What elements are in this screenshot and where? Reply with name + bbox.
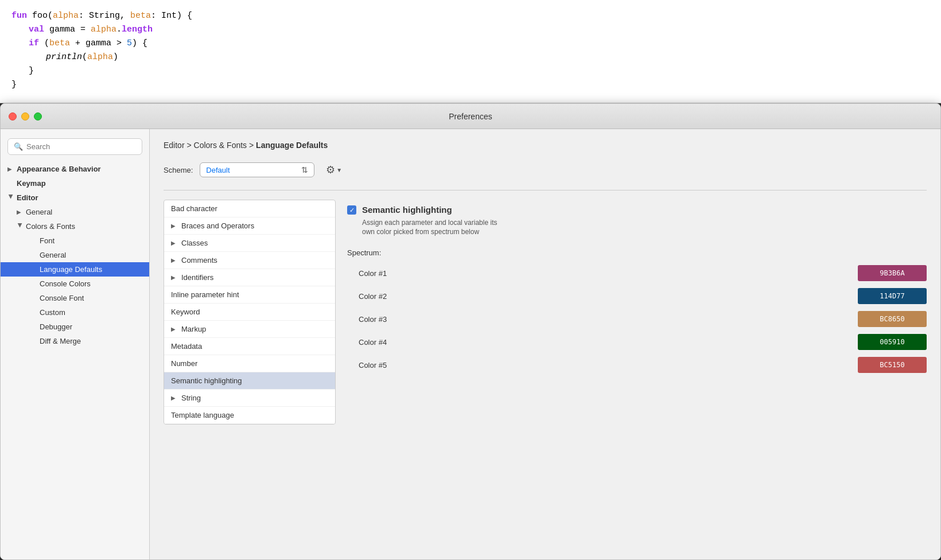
list-item-bad-character[interactable]: Bad character (164, 200, 335, 217)
list-item-label: Keyword (171, 308, 328, 316)
gear-icon: ⚙ (326, 164, 335, 176)
list-item-label: Identifiers (181, 273, 328, 282)
sidebar-item-label: Console Font (40, 294, 142, 302)
window-title: Preferences (449, 112, 492, 121)
list-item-inline-param[interactable]: Inline parameter hint (164, 286, 335, 304)
chevron-right-icon: ▶ (171, 223, 178, 229)
sidebar-item-appearance[interactable]: ▶ Appearance & Behavior (1, 162, 149, 176)
sidebar: 🔍 ▶ Appearance & Behavior ▶ Keymap ▶ Edi… (1, 129, 150, 559)
scheme-value: Default (206, 166, 298, 174)
color-swatch-2[interactable]: 114D77 (858, 288, 927, 304)
two-panel: Bad character ▶ Braces and Operators ▶ C… (164, 190, 927, 425)
maximize-button[interactable] (34, 112, 42, 120)
spectrum-label: Spectrum: (347, 248, 927, 257)
sidebar-item-language-defaults[interactable]: ▶ Language Defaults (1, 262, 149, 277)
sidebar-item-label: Appearance & Behavior (17, 165, 142, 173)
color-name-2: Color #2 (359, 292, 858, 301)
color-swatch-4[interactable]: 005910 (858, 334, 927, 350)
sidebar-item-label: Console Colors (40, 279, 142, 288)
list-item-classes[interactable]: ▶ Classes (164, 235, 335, 252)
sidebar-item-general2[interactable]: ▶ General (1, 248, 149, 262)
list-item-keyword[interactable]: Keyword (164, 304, 335, 321)
color-name-3: Color #3 (359, 315, 858, 324)
list-item-template-language[interactable]: Template language (164, 407, 335, 424)
scheme-row: Scheme: Default ⇅ ⚙ ▼ (164, 161, 927, 178)
sidebar-item-general[interactable]: ▶ General (1, 205, 149, 219)
sidebar-item-label: Custom (40, 308, 142, 317)
list-item-metadata[interactable]: Metadata (164, 338, 335, 355)
chevron-right-icon: ▶ (17, 209, 24, 215)
sidebar-item-label: Language Defaults (40, 265, 142, 274)
color-hex-2: 114D77 (880, 292, 904, 300)
sidebar-item-label: Editor (17, 193, 142, 202)
sidebar-item-keymap[interactable]: ▶ Keymap (1, 176, 149, 190)
main-layout: 🔍 ▶ Appearance & Behavior ▶ Keymap ▶ Edi… (1, 129, 940, 559)
list-item-label: Bad character (171, 204, 328, 213)
color-swatch-1[interactable]: 9B3B6A (858, 265, 927, 281)
list-item-label: Classes (181, 239, 328, 247)
list-item-comments[interactable]: ▶ Comments (164, 252, 335, 269)
title-bar: Preferences (1, 104, 940, 129)
gear-button[interactable]: ⚙ ▼ (321, 161, 347, 178)
properties-panel: ✓ Semantic highlighting Assign each para… (347, 200, 927, 425)
breadcrumb: Editor > Colors & Fonts > Language Defau… (164, 141, 927, 150)
chevron-right-icon: ▶ (171, 274, 178, 281)
sidebar-item-label: Diff & Merge (40, 337, 142, 345)
semantic-highlight-title: Semantic highlighting (362, 204, 497, 216)
color-swatch-5[interactable]: BC5150 (858, 357, 927, 373)
list-item-label: Template language (171, 411, 328, 419)
breadcrumb-text: Editor > Colors & Fonts > Language Defau… (164, 141, 328, 150)
sidebar-item-font[interactable]: ▶ Font (1, 234, 149, 248)
list-item-string[interactable]: ▶ String (164, 390, 335, 407)
minimize-button[interactable] (21, 112, 29, 120)
chevron-right-icon: ▶ (171, 326, 178, 332)
color-row-3: Color #3 BC8650 (347, 311, 927, 327)
color-name-4: Color #4 (359, 338, 858, 347)
sidebar-item-diff-merge[interactable]: ▶ Diff & Merge (1, 334, 149, 348)
list-item-markup[interactable]: ▶ Markup (164, 321, 335, 338)
list-item-identifiers[interactable]: ▶ Identifiers (164, 269, 335, 286)
sidebar-item-colors-fonts[interactable]: ▶ Colors & Fonts (1, 219, 149, 234)
color-hex-1: 9B3B6A (880, 269, 904, 277)
sidebar-item-label: Keymap (17, 179, 142, 188)
close-button[interactable] (9, 112, 17, 120)
traffic-lights (9, 112, 42, 120)
list-item-semantic-highlighting[interactable]: Semantic highlighting (164, 372, 335, 390)
dropdown-arrows-icon: ⇅ (301, 165, 308, 174)
sidebar-item-console-font[interactable]: ▶ Console Font (1, 291, 149, 305)
sidebar-item-debugger[interactable]: ▶ Debugger (1, 320, 149, 334)
color-row-4: Color #4 005910 (347, 334, 927, 350)
content-area: Editor > Colors & Fonts > Language Defau… (150, 129, 940, 559)
scheme-label: Scheme: (164, 166, 193, 174)
list-item-braces-operators[interactable]: ▶ Braces and Operators (164, 217, 335, 235)
list-item-label: Markup (181, 325, 328, 333)
list-item-number[interactable]: Number (164, 355, 335, 372)
sidebar-item-console-colors[interactable]: ▶ Console Colors (1, 277, 149, 291)
sidebar-item-editor[interactable]: ▶ Editor (1, 190, 149, 205)
color-row-1: Color #1 9B3B6A (347, 265, 927, 281)
list-item-label: Inline parameter hint (171, 290, 328, 299)
semantic-highlight-desc: Assign each parameter and local variable… (362, 218, 497, 238)
color-hex-3: BC8650 (880, 315, 904, 323)
sidebar-item-label: General (40, 251, 142, 259)
search-box[interactable]: 🔍 (7, 138, 142, 155)
search-input[interactable] (26, 142, 136, 151)
list-item-label: Semantic highlighting (171, 376, 328, 385)
preferences-window: Preferences 🔍 ▶ Appearance & Behavior ▶ … (0, 103, 941, 560)
color-hex-4: 005910 (880, 338, 904, 346)
semantic-highlight-info: Semantic highlighting Assign each parame… (362, 204, 497, 237)
sidebar-item-label: General (26, 208, 142, 216)
list-item-label: Comments (181, 256, 328, 265)
chevron-right-icon: ▶ (171, 395, 178, 401)
sidebar-item-custom[interactable]: ▶ Custom (1, 305, 149, 320)
list-item-label: Braces and Operators (181, 221, 328, 230)
chevron-right-icon: ▶ (171, 257, 178, 263)
list-panel: Bad character ▶ Braces and Operators ▶ C… (164, 200, 336, 425)
list-item-label: Metadata (171, 342, 328, 351)
scheme-select[interactable]: Default ⇅ (200, 162, 314, 177)
semantic-highlight-checkbox[interactable]: ✓ (347, 205, 356, 215)
color-swatch-3[interactable]: BC8650 (858, 311, 927, 327)
dropdown-arrow-icon: ▼ (336, 167, 342, 173)
semantic-highlight-row: ✓ Semantic highlighting Assign each para… (347, 204, 927, 237)
chevron-right-icon: ▶ (7, 166, 14, 172)
